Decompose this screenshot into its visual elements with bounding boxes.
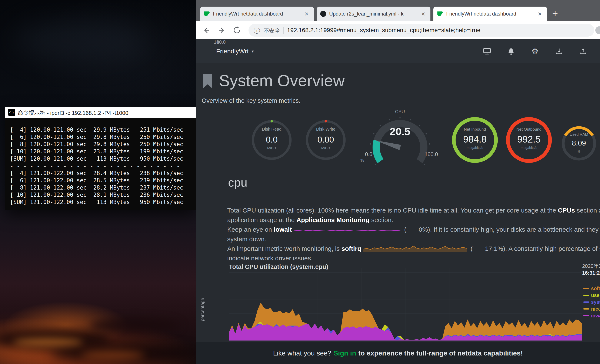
terminal-line: [ 4] 120.00-121.00 sec 29.9 MBytes 251 M…: [10, 126, 191, 133]
netdata-navbar: FriendlyWrt ▾ ⚙: [196, 39, 600, 63]
back-icon[interactable]: [202, 26, 211, 35]
legend-item-nice[interactable]: nice: [583, 306, 600, 312]
terminal-title: 命令提示符 - iperf3 -c 192.168.1.2 -P4 -t1000: [18, 109, 128, 116]
cloud-shape: [13, 19, 149, 62]
signin-banner: Like what you see? Sign in to experience…: [196, 342, 600, 364]
signin-post-text: to experience the full-range of netdata …: [358, 349, 523, 357]
tab-friendlywrt-1[interactable]: FriendlyWrt netdata dashboard ×: [200, 7, 314, 21]
omnibox-divider: [283, 27, 284, 34]
disk-read-gauge[interactable]: Disk Read 0.0 MiB/s: [250, 119, 293, 161]
site-info-icon[interactable]: ⓘ: [254, 26, 260, 35]
tab-friendlywrt-2-active[interactable]: FriendlyWrt netdata dashboard ×: [433, 7, 547, 21]
sign-in-link[interactable]: Sign in: [333, 349, 356, 357]
navbar-divider: [277, 39, 277, 63]
security-label: 不安全: [263, 26, 280, 34]
url-text[interactable]: 192.168.2.1:19999/#menu_system_submenu_c…: [287, 27, 480, 34]
tab-title: FriendlyWrt netdata dashboard: [213, 11, 300, 17]
alarms-button[interactable]: [499, 39, 523, 63]
terminal-output[interactable]: [ 4] 120.00-121.00 sec 29.9 MBytes 251 M…: [5, 118, 196, 210]
svg-text:megabits/s: megabits/s: [467, 146, 483, 149]
monitor-icon: [483, 47, 491, 55]
netdata-favicon: [437, 11, 443, 17]
chevron-down-icon: ▾: [252, 49, 254, 54]
terminal-line: [SUM] 121.00-122.00 sec 113 MBytes 950 M…: [10, 198, 191, 206]
terminal-icon: C:\: [8, 109, 15, 116]
reload-icon[interactable]: [232, 26, 242, 35]
terminal-line: [ 10] 121.00-122.00 sec 28.1 MBytes 236 …: [10, 191, 191, 198]
legend-swatch: [583, 295, 589, 296]
import-button[interactable]: [547, 39, 571, 63]
cpu-utilization-chart[interactable]: [229, 268, 582, 342]
forward-icon[interactable]: [217, 26, 226, 35]
legend-swatch: [583, 301, 589, 303]
svg-text:megabits/s: megabits/s: [521, 146, 537, 149]
tab-github[interactable]: Update r2s_lean_minimal.yml · k ×: [317, 7, 431, 21]
svg-text:100.0: 100.0: [425, 151, 438, 157]
terminal-line: [ 8] 121.00-122.00 sec 28.2 MBytes 237 M…: [10, 184, 191, 191]
section-title-cpu: cpu: [228, 176, 247, 189]
tab-strip: FriendlyWrt netdata dashboard × Update r…: [196, 0, 600, 21]
settings-button[interactable]: ⚙: [523, 39, 547, 63]
terminal-window: C:\ 命令提示符 - iperf3 -c 192.168.1.2 -P4 -t…: [5, 107, 196, 210]
terminal-line: - - - - - - - - - - - - - - - - - - - - …: [10, 162, 191, 169]
profile-avatar[interactable]: [595, 26, 600, 34]
svg-text:Used RAM: Used RAM: [570, 132, 588, 137]
terminal-line: [ 4] 121.00-122.00 sec 28.4 MBytes 238 M…: [10, 169, 191, 177]
svg-text:984.8: 984.8: [463, 134, 487, 144]
svg-text:0.0: 0.0: [266, 135, 278, 144]
print-screen-button[interactable]: [475, 39, 499, 63]
net-inbound-gauge[interactable]: Net Inbound 984.8 megabits/s: [451, 117, 498, 163]
legend-item-softirq[interactable]: softirq: [583, 285, 600, 292]
iowait-sparkline[interactable]: [294, 226, 400, 233]
new-tab-button[interactable]: +: [550, 8, 561, 19]
terminal-line: [SUM] 120.00-121.00 sec 113 MBytes 950 M…: [10, 155, 191, 162]
browser-window: FriendlyWrt netdata dashboard × Update r…: [196, 0, 600, 364]
legend-swatch: [583, 308, 589, 309]
legend-item-iowait[interactable]: iowait: [583, 312, 600, 319]
tab-close-icon[interactable]: ×: [536, 10, 544, 18]
tab-close-icon[interactable]: ×: [303, 10, 310, 18]
svg-text:MiB/s: MiB/s: [267, 146, 276, 150]
gauge-marker-dot: [271, 120, 273, 122]
cloud-glow: [81, 351, 145, 360]
hostname-label: FriendlyWrt: [216, 48, 249, 55]
terminal-line: [ 6] 120.00-121.00 sec 29.8 MBytes 250 M…: [10, 133, 191, 141]
disk-write-gauge[interactable]: Disk Write 0.00 MiB/s: [304, 119, 347, 161]
terminal-titlebar[interactable]: C:\ 命令提示符 - iperf3 -c 192.168.1.2 -P4 -t…: [5, 107, 196, 118]
help-text-line: Total CPU utilization (all cores). 100% …: [227, 205, 600, 215]
cpu-gauge[interactable]: 20.5 0.0 100.0 %: [357, 112, 442, 170]
svg-text:8.09: 8.09: [572, 139, 586, 147]
help-text-line: system down.: [227, 234, 266, 244]
tab-title: Update r2s_lean_minimal.yml · k: [329, 11, 416, 17]
chart-legend: softirq user system nice iowait: [583, 285, 600, 319]
terminal-line: [ 6] 121.00-122.00 sec 28.5 MBytes 239 M…: [10, 177, 191, 184]
used-ram-gauge[interactable]: Used RAM 8.09 %: [560, 124, 598, 163]
terminal-line: [ 10] 120.00-121.00 sec 23.8 MBytes 199 …: [10, 148, 191, 155]
svg-text:0.00: 0.00: [318, 135, 334, 144]
y-axis-tick: 20.0: [204, 39, 225, 45]
svg-text:Net Inbound: Net Inbound: [464, 127, 486, 131]
svg-text:992.5: 992.5: [517, 134, 541, 144]
address-bar[interactable]: ⓘ 不安全 192.168.2.1:19999/#menu_system_sub…: [249, 24, 594, 37]
export-button[interactable]: [571, 39, 595, 63]
bookmark-icon[interactable]: [202, 73, 214, 89]
gauge-marker-dot: [325, 120, 327, 122]
download-icon: [555, 47, 563, 55]
svg-text:Disk Write: Disk Write: [316, 127, 336, 131]
svg-text:0.0: 0.0: [365, 151, 373, 157]
chart-date-label: 2020年3: [582, 263, 600, 270]
legend-item-user[interactable]: user: [583, 292, 600, 299]
bell-icon: [507, 47, 515, 55]
legend-swatch: [583, 288, 589, 289]
y-axis-label: percentage: [200, 284, 205, 335]
upload-icon: [579, 47, 587, 55]
svg-text:Net Outbound: Net Outbound: [516, 127, 542, 131]
net-outbound-gauge[interactable]: Net Outbound 992.5 megabits/s: [506, 117, 552, 163]
help-text-line: indicate network driver issues.: [227, 253, 313, 263]
tab-title: FriendlyWrt netdata dashboard: [446, 11, 533, 17]
tab-close-icon[interactable]: ×: [419, 10, 427, 18]
legend-item-system[interactable]: system: [583, 299, 600, 306]
gear-icon: ⚙: [532, 47, 538, 56]
softirq-sparkline[interactable]: [363, 244, 467, 252]
cloud-glow: [13, 338, 83, 346]
